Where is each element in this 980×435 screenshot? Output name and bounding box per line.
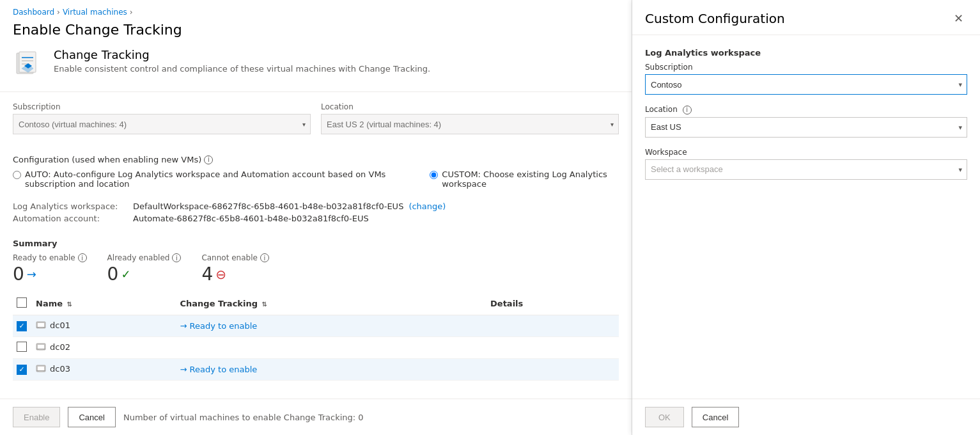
panel-workspace-select[interactable]: Select a workspace [645,159,967,180]
feature-desc: Enable consistent control and compliance… [54,64,430,74]
row-checkbox-dc02[interactable] [17,342,27,352]
status-ready-icon: → Ready to enable [180,365,483,374]
auto-radio-option[interactable]: AUTO: Auto-configure Log Analytics works… [13,170,417,189]
table-row: dc01 → Ready to enable [13,315,619,337]
log-workspace-label: Log Analytics workspace: [13,202,128,211]
panel-workspace-label: Workspace [645,148,967,157]
automation-row: Automation account: Automate-68627f8c-65… [13,214,619,223]
vm-icon [36,320,46,330]
location-info-icon[interactable]: i [683,106,692,115]
svg-rect-14 [39,349,43,351]
panel-location-wrapper: East US ▾ [645,117,967,138]
panel-subscription-select[interactable]: Contoso [645,74,967,95]
panel-header: Custom Configuration ✕ [632,0,980,35]
feature-title: Change Tracking [54,48,430,61]
vm-table-section: Name ⇅ Change Tracking ⇅ Details [0,292,632,399]
location-label: Location [321,102,619,111]
panel-location-label: Location i [645,105,967,115]
custom-radio[interactable] [430,171,438,179]
summary-items: Ready to enable i 0 → Already enabled i … [13,253,619,285]
subscription-group: Subscription Contoso (virtual machines: … [13,102,311,134]
config-info-icon[interactable]: i [204,155,213,164]
config-section: Configuration (used when enabling new VM… [0,155,632,196]
panel-section-label: Log Analytics workspace [645,48,967,58]
panel-body: Log Analytics workspace Subscription Con… [632,35,980,399]
vm-table: Name ⇅ Change Tracking ⇅ Details [13,292,619,381]
panel-ok-button[interactable]: OK [645,407,684,427]
panel-title: Custom Configuration [645,11,785,26]
workspace-info: Log Analytics workspace: DefaultWorkspac… [0,196,632,233]
cancel-button[interactable]: Cancel [68,407,115,427]
log-workspace-row: Log Analytics workspace: DefaultWorkspac… [13,202,619,211]
config-label: Configuration (used when enabling new VM… [13,155,619,164]
row-status-dc01: → Ready to enable [176,315,487,337]
panel-cancel-button[interactable]: Cancel [692,407,739,427]
panel-subscription-label: Subscription [645,63,967,72]
automation-label: Automation account: [13,214,128,223]
vm-icon [36,363,46,374]
radio-row: AUTO: Auto-configure Log Analytics works… [13,170,619,189]
details-column-header: Details [486,292,619,315]
panel-footer: OK Cancel [632,399,980,435]
enabled-value: 0 ✓ [107,264,182,285]
vm-icon [36,342,46,352]
tracking-sort-icon[interactable]: ⇅ [262,301,267,308]
name-column-header[interactable]: Name ⇅ [32,292,176,315]
ready-value: 0 → [13,264,87,285]
panel-subscription-field: Subscription Contoso ▾ [645,63,967,95]
sub-loc-section: Subscription Contoso (virtual machines: … [0,92,632,155]
cannot-enable-item: Cannot enable i 4 ⊖ [201,253,268,285]
breadcrumb-dashboard[interactable]: Dashboard [13,8,54,17]
row-details-dc01 [486,315,619,337]
sub-loc-row: Subscription Contoso (virtual machines: … [13,102,619,134]
svg-rect-18 [39,371,43,372]
left-panel: Dashboard › Virtual machines › Enable Ch… [0,0,632,435]
svg-rect-12 [38,345,44,349]
table-row: dc03 → Ready to enable [13,359,619,381]
select-all-checkbox[interactable] [17,297,27,308]
panel-location-field: Location i East US ▾ [645,105,967,138]
already-enabled-item: Already enabled i 0 ✓ [107,253,182,285]
feature-header: Change Tracking Enable consistent contro… [0,48,632,92]
row-name-dc02: dc02 [32,337,176,359]
right-panel: Custom Configuration ✕ Log Analytics wor… [632,0,980,435]
ready-info-icon[interactable]: i [78,253,87,262]
row-checkbox-dc03[interactable] [17,365,27,375]
svg-rect-10 [39,328,43,329]
svg-rect-13 [36,349,45,349]
row-checkbox-dc01[interactable] [17,321,27,331]
cannot-info-icon[interactable]: i [260,253,269,262]
breadcrumb: Dashboard › Virtual machines › [0,0,632,19]
log-workspace-value: DefaultWorkspace-68627f8c-65b8-4601-b48e… [133,202,403,211]
subscription-select-wrapper: Contoso (virtual machines: 4) ▾ [13,114,311,134]
tracking-column-header[interactable]: Change Tracking ⇅ [176,292,487,315]
location-group: Location East US 2 (virtual machines: 4)… [321,102,619,134]
svg-rect-8 [38,323,44,327]
panel-workspace-wrapper: Select a workspace ▾ [645,159,967,180]
status-ready-icon: → Ready to enable [180,321,483,331]
select-all-header[interactable] [13,292,32,315]
footer: Enable Cancel Number of virtual machines… [0,399,632,435]
summary-section: Summary Ready to enable i 0 → Already en… [0,233,632,292]
cannot-value: 4 ⊖ [201,264,268,285]
close-button[interactable]: ✕ [950,10,967,27]
auto-radio[interactable] [13,171,21,179]
automation-value: Automate-68627f8c-65b8-4601-b48e-b032a81… [133,214,369,223]
stop-icon: ⊖ [215,267,226,282]
page-title: Enable Change Tracking [0,19,632,48]
row-status-dc03: → Ready to enable [176,359,487,381]
table-header-row: Name ⇅ Change Tracking ⇅ Details [13,292,619,315]
log-workspace-change-link[interactable]: (change) [408,202,446,211]
auto-radio-label: AUTO: Auto-configure Log Analytics works… [25,170,417,189]
ready-label: Ready to enable i [13,253,87,262]
row-name-dc01: dc01 [32,315,176,337]
panel-location-select[interactable]: East US [645,117,967,138]
enabled-info-icon[interactable]: i [172,253,181,262]
name-sort-icon[interactable]: ⇅ [67,301,72,308]
breadcrumb-vms[interactable]: Virtual machines [63,8,127,17]
enable-button[interactable]: Enable [13,407,60,427]
summary-title: Summary [13,239,619,248]
svg-rect-17 [36,370,45,371]
row-name-dc03: dc03 [32,359,176,381]
custom-radio-option[interactable]: CUSTOM: Choose existing Log Analytics wo… [430,170,619,189]
